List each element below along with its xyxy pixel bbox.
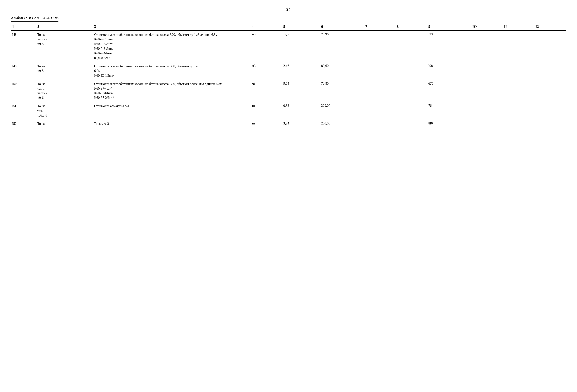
row-col4: тн (251, 102, 282, 120)
row-col7 (364, 102, 396, 120)
page-number: -32- (11, 7, 566, 12)
row-col3: Стоимость железобетонных колонн из бетон… (93, 80, 251, 102)
row-col2: То же часть 2 п9-5 (36, 31, 93, 62)
row-col11 (503, 62, 534, 80)
row-col11 (503, 80, 534, 102)
row-id: I48 (11, 31, 36, 62)
row-col3: Стоимость железобетонных колонн из бетон… (93, 62, 251, 80)
row-col2: То же том I часть 2 п9-6 (36, 80, 93, 102)
table-row: I52 То же То же, А-3 тн 3,24 250,00 8I0 (11, 120, 566, 128)
header-col2: 2 (36, 23, 93, 31)
row-col10 (471, 102, 503, 120)
row-col6: 80,60 (320, 62, 364, 80)
row-col9: I98 (427, 62, 471, 80)
row-col12 (534, 80, 566, 102)
row-col7 (364, 120, 396, 128)
row-col8 (396, 102, 427, 120)
header-col10: IO (471, 23, 503, 31)
row-col12 (534, 31, 566, 62)
row-col9: 8I0 (427, 120, 471, 128)
row-col2: То же тех.ч. таб.3-I (36, 102, 93, 120)
row-col8 (396, 80, 427, 102)
row-col3: Стоимость железобетонных колонн из бетон… (93, 31, 251, 62)
main-table: 1 2 3 4 5 6 7 8 9 IO II I2 I48 То же час… (11, 23, 566, 128)
row-col5: 0,33 (282, 102, 320, 120)
row-col8 (396, 62, 427, 80)
row-col5: I5,58 (282, 31, 320, 62)
header-col11: II (503, 23, 534, 31)
row-col8 (396, 31, 427, 62)
row-col9: 76 (427, 102, 471, 120)
row-col12 (534, 102, 566, 120)
album-title: Альбом IX ч.1 г.п 503 -3-11.86 (11, 16, 58, 22)
row-col12 (534, 62, 566, 80)
row-col4: м3 (251, 80, 282, 102)
row-col3: Стоимость арматуры А-I (93, 102, 251, 120)
row-col10 (471, 80, 503, 102)
header-col7: 7 (364, 23, 396, 31)
row-col6: 229,00 (320, 102, 364, 120)
row-col4: тн (251, 120, 282, 128)
row-col6: 250,00 (320, 120, 364, 128)
row-col11 (503, 120, 534, 128)
table-header-row: 1 2 3 4 5 6 7 8 9 IO II I2 (11, 23, 566, 31)
row-col10 (471, 31, 503, 62)
row-id: I50 (11, 80, 36, 102)
header-col1: 1 (11, 23, 36, 31)
main-table-container: 1 2 3 4 5 6 7 8 9 IO II I2 I48 То же час… (11, 23, 566, 128)
row-col11 (503, 102, 534, 120)
row-col6: 70,80 (320, 80, 364, 102)
table-row: I49 То же п9-5 Стоимость железобетонных … (11, 62, 566, 80)
row-col4: м3 (251, 62, 282, 80)
row-col8 (396, 120, 427, 128)
row-col10 (471, 62, 503, 80)
header-col5: 5 (282, 23, 320, 31)
header-col6: 6 (320, 23, 364, 31)
row-id: I49 (11, 62, 36, 80)
row-col2: То же (36, 120, 93, 128)
row-col3: То же, А-3 (93, 120, 251, 128)
row-col7 (364, 31, 396, 62)
header-col4: 4 (251, 23, 282, 31)
table-row: I5I То же тех.ч. таб.3-I Стоимость армат… (11, 102, 566, 120)
row-col10 (471, 120, 503, 128)
row-id: I5I (11, 102, 36, 120)
row-col4: м3 (251, 31, 282, 62)
row-col5: 2,46 (282, 62, 320, 80)
row-col11 (503, 31, 534, 62)
header-col9: 9 (427, 23, 471, 31)
header-col8: 8 (396, 23, 427, 31)
header-col3: 3 (93, 23, 251, 31)
table-row: I50 То же том I часть 2 п9-6 Стоимость ж… (11, 80, 566, 102)
row-col7 (364, 80, 396, 102)
row-col2: То же п9-5 (36, 62, 93, 80)
row-col9: I230 (427, 31, 471, 62)
table-row: I48 То же часть 2 п9-5 Стоимость железоб… (11, 31, 566, 62)
row-col12 (534, 120, 566, 128)
row-col5: 3,24 (282, 120, 320, 128)
row-id: I52 (11, 120, 36, 128)
header-col12: I2 (534, 23, 566, 31)
row-col5: 9,54 (282, 80, 320, 102)
row-col6: 78,96 (320, 31, 364, 62)
row-col7 (364, 62, 396, 80)
row-col9: 675 (427, 80, 471, 102)
